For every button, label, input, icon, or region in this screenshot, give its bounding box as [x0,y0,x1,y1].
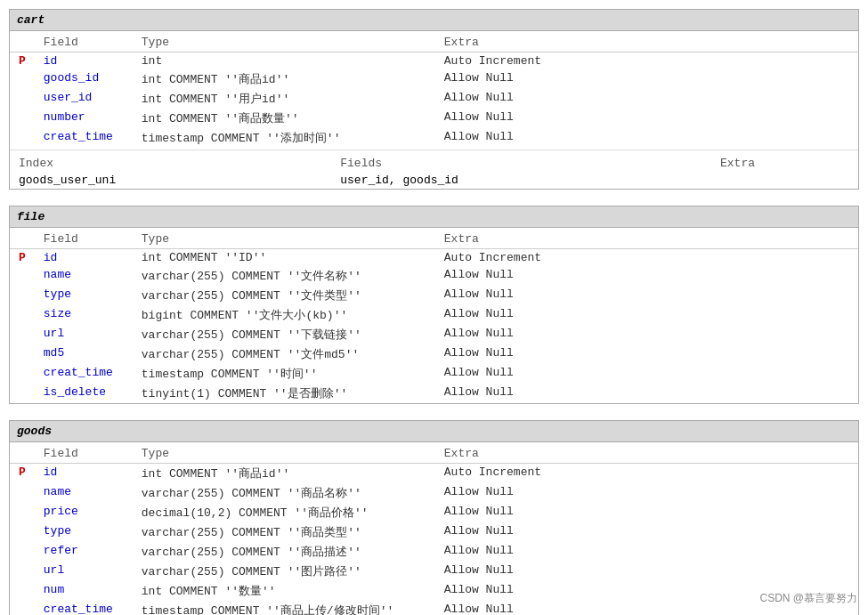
index-cell [711,172,858,189]
field-name: size [35,305,133,325]
field-extra: Allow Null [435,69,858,89]
index-header: Extra [711,152,858,172]
columns-table: FieldTypeExtraPidint COMMENT ''ID''Auto … [10,228,858,403]
field-extra: Allow Null [435,384,858,403]
pk-indicator [10,503,35,522]
field-type: varchar(255) COMMENT ''商品描述'' [133,542,435,562]
field-type: varchar(255) COMMENT ''商品名称'' [133,483,435,503]
table-row: Pidint COMMENT ''商品id''Auto Increment [10,464,858,484]
field-type: varchar(255) COMMENT ''文件类型'' [133,286,435,305]
field-extra: Allow Null [435,562,858,581]
field-extra: Auto Increment [435,249,858,267]
table-row: goods_idint COMMENT ''商品id''Allow Null [10,69,858,89]
table-row: numberint COMMENT ''商品数量''Allow Null [10,109,858,128]
index-cell: user_id, goods_id [331,172,711,189]
table-row: Pidint COMMENT ''ID''Auto Increment [10,249,858,267]
index-header: Fields [331,152,711,172]
table-row: creat_timetimestamp COMMENT ''商品上传/修改时间'… [10,601,858,615]
field-type: int COMMENT ''商品id'' [133,69,435,89]
table-title: goods [10,421,858,442]
pk-indicator [10,266,35,286]
field-extra: Auto Increment [435,464,858,484]
column-header: Field [35,442,133,464]
column-header: Field [35,31,133,53]
field-extra: Allow Null [435,128,858,148]
pk-indicator [10,286,35,305]
field-name: creat_time [35,128,133,148]
table-row: typevarchar(255) COMMENT ''文件类型''Allow N… [10,286,858,305]
field-name: id [35,464,133,484]
table-row: creat_timetimestamp COMMENT ''添加时间''Allo… [10,128,858,148]
indexes-table: IndexFieldsExtragoods_user_uniuser_id, g… [10,152,858,189]
table-row: urlvarchar(255) COMMENT ''图片路径''Allow Nu… [10,562,858,581]
field-extra: Allow Null [435,364,858,384]
columns-table: FieldTypeExtraPidint COMMENT ''商品id''Aut… [10,442,858,615]
field-type: timestamp COMMENT ''商品上传/修改时间'' [133,601,435,615]
table-row: numint COMMENT ''数量''Allow Null [10,581,858,601]
field-name: num [35,581,133,601]
pk-indicator [10,305,35,325]
table-row: PidintAuto Increment [10,53,858,70]
column-header: Extra [435,228,858,249]
field-type: timestamp COMMENT ''添加时间'' [133,128,435,148]
field-type: tinyint(1) COMMENT ''是否删除'' [133,384,435,403]
pk-indicator [10,344,35,364]
column-header [10,228,35,249]
column-header: Type [133,442,435,464]
table-row: namevarchar(255) COMMENT ''商品名称''Allow N… [10,483,858,503]
field-extra: Allow Null [435,542,858,562]
field-type: bigint COMMENT ''文件大小(kb)'' [133,305,435,325]
field-name: user_id [35,89,133,109]
field-type: varchar(255) COMMENT ''文件md5'' [133,344,435,364]
pk-indicator [10,483,35,503]
field-type: int COMMENT ''数量'' [133,581,435,601]
field-extra: Allow Null [435,286,858,305]
column-header: Type [133,31,435,53]
field-type: varchar(255) COMMENT ''图片路径'' [133,562,435,581]
field-name: number [35,109,133,128]
table-row: pricedecimal(10,2) COMMENT ''商品价格''Allow… [10,503,858,522]
field-name: url [35,562,133,581]
table-title: file [10,206,858,228]
pk-indicator [10,601,35,615]
field-name: type [35,286,133,305]
pk-indicator [10,384,35,403]
pk-indicator [10,542,35,562]
field-type: varchar(255) COMMENT ''商品类型'' [133,522,435,542]
table-row: is_deletetinyint(1) COMMENT ''是否删除''Allo… [10,384,858,403]
field-name: refer [35,542,133,562]
table-row: creat_timetimestamp COMMENT ''时间''Allow … [10,364,858,384]
field-extra: Allow Null [435,483,858,503]
field-type: decimal(10,2) COMMENT ''商品价格'' [133,503,435,522]
pk-indicator [10,581,35,601]
field-extra: Allow Null [435,344,858,364]
field-type: int [133,53,435,70]
field-extra: Allow Null [435,109,858,128]
table-row: typevarchar(255) COMMENT ''商品类型''Allow N… [10,522,858,542]
pk-indicator [10,522,35,542]
field-extra: Allow Null [435,503,858,522]
field-extra: Allow Null [435,305,858,325]
table-row: md5varchar(255) COMMENT ''文件md5''Allow N… [10,344,858,364]
column-header: Extra [435,442,858,464]
pk-indicator [10,325,35,344]
table-block-cart: cartFieldTypeExtraPidintAuto Incrementgo… [9,9,859,190]
field-type: varchar(255) COMMENT ''下载链接'' [133,325,435,344]
field-name: price [35,503,133,522]
field-name: creat_time [35,601,133,615]
pk-indicator: P [10,464,35,484]
pk-indicator [10,69,35,89]
field-name: id [35,249,133,267]
field-name: type [35,522,133,542]
field-name: md5 [35,344,133,364]
pk-indicator [10,128,35,148]
column-header [10,442,35,464]
index-row: goods_user_uniuser_id, goods_id [10,172,858,189]
table-row: refervarchar(255) COMMENT ''商品描述''Allow … [10,542,858,562]
field-extra: Allow Null [435,266,858,286]
field-type: int COMMENT ''ID'' [133,249,435,267]
field-type: timestamp COMMENT ''时间'' [133,364,435,384]
field-name: url [35,325,133,344]
column-header [10,31,35,53]
field-name: id [35,53,133,70]
